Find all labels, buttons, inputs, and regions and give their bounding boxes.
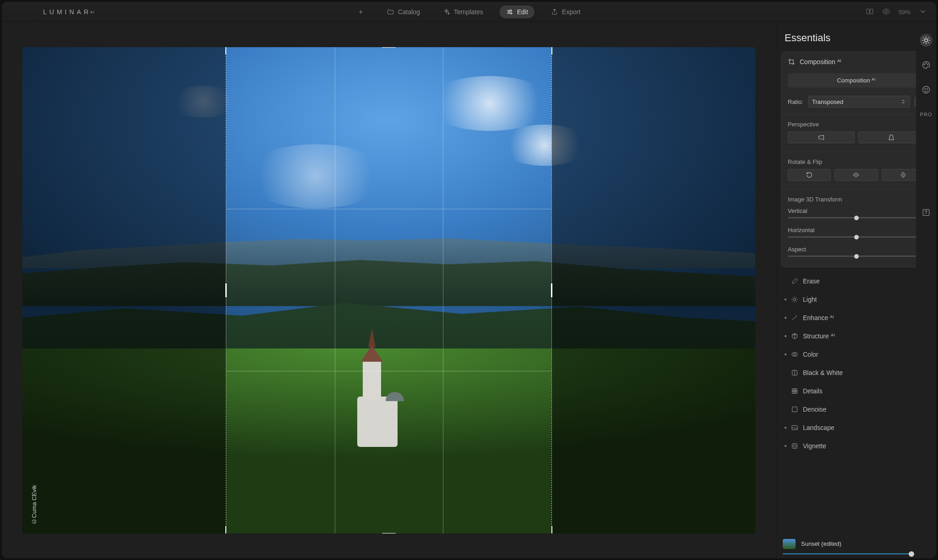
rail-pro[interactable]: PRO [920, 108, 933, 121]
add-button[interactable] [351, 6, 371, 18]
photo-credit: ©Cuma CEvik [31, 485, 38, 525]
nav-catalog[interactable]: Catalog [381, 5, 426, 18]
tool-enhance[interactable]: Enhance ᴬᴵ [776, 309, 936, 327]
slider-aspect-track[interactable] [788, 256, 925, 257]
slider-aspect-label: Aspect [788, 246, 806, 253]
flip-horizontal-button[interactable] [834, 169, 878, 181]
slider-horizontal-track[interactable] [788, 236, 925, 238]
nav-edit-label: Edit [517, 8, 528, 16]
rail-pro-label: PRO [920, 112, 933, 117]
slider-vertical-track[interactable] [788, 217, 925, 218]
rail-creative[interactable] [920, 59, 933, 71]
crop-handle-l[interactable] [225, 283, 227, 297]
ratio-select[interactable]: Transposed [808, 96, 910, 108]
slider-thumb[interactable] [854, 216, 859, 220]
svg-point-16 [793, 445, 796, 447]
composition-ai-button[interactable]: Composition ᴬᴵ [788, 73, 925, 87]
tool-color[interactable]: Color [776, 345, 936, 364]
crop-rect[interactable] [226, 47, 551, 533]
perspective-horizontal-button[interactable] [788, 131, 855, 143]
wand-icon [791, 314, 798, 321]
preview-icon[interactable] [882, 7, 890, 17]
chevron-down-icon[interactable] [919, 7, 927, 17]
crop-handle-tr[interactable] [544, 47, 552, 54]
app-logo-text: LUMINAR [43, 8, 91, 16]
slider-horizontal-label: Horizontal [788, 227, 815, 234]
tool-bw[interactable]: Black & White [776, 364, 936, 382]
crop-handle-bl[interactable] [225, 526, 234, 533]
crop-handle-r[interactable] [551, 283, 552, 297]
tool-enhance-label: Enhance ᴬᴵ [803, 314, 834, 321]
compare-icon[interactable] [866, 7, 874, 17]
rail-portrait[interactable] [920, 83, 933, 96]
updown-icon [900, 99, 906, 104]
zoom-level[interactable]: 59% [899, 9, 911, 16]
tool-erase[interactable]: Erase [776, 272, 936, 290]
nav-export[interactable]: Export [545, 5, 587, 18]
svg-point-23 [925, 89, 926, 90]
details-icon [791, 387, 798, 395]
rotate-icon [806, 171, 813, 179]
crop-handle-t[interactable] [382, 47, 396, 48]
nav-export-label: Export [562, 8, 580, 16]
denoise-icon [791, 406, 798, 413]
tool-details[interactable]: Details [776, 382, 936, 400]
tool-landscape-label: Landscape [803, 424, 834, 431]
preset-amount-slider[interactable] [783, 553, 911, 555]
rotate-flip-buttons [781, 167, 931, 186]
preset-amount-thumb[interactable] [909, 551, 914, 557]
flip-h-icon [852, 171, 860, 179]
crop-handle-br[interactable] [544, 526, 552, 533]
rail-text[interactable] [920, 206, 933, 219]
composition-label: Composition ᴬᴵ [800, 58, 841, 65]
sliders-icon [506, 8, 513, 16]
preset-amount-fill [783, 553, 911, 555]
panel-title: Essentials [776, 22, 936, 50]
tool-structure-label: Structure ᴬᴵ [803, 332, 835, 340]
photo-preview[interactable]: ©Cuma CEvik [22, 47, 755, 533]
perspective-vertical-button[interactable] [858, 131, 925, 143]
composition-header[interactable]: Composition ᴬᴵ [781, 52, 931, 71]
tool-light[interactable]: Light [776, 290, 936, 309]
svg-point-1 [508, 11, 510, 12]
palette-icon [922, 60, 931, 70]
svg-point-21 [927, 64, 928, 65]
slider-thumb[interactable] [854, 254, 859, 259]
app-logo-suffix: AI [90, 10, 95, 14]
tool-landscape[interactable]: Landscape [776, 419, 936, 437]
slider-thumb[interactable] [854, 235, 859, 239]
crop-handle-b[interactable] [382, 533, 396, 533]
tool-bw-label: Black & White [803, 369, 843, 376]
transform-label: Image 3D Transform [781, 192, 931, 205]
svg-point-24 [927, 89, 928, 90]
tool-structure[interactable]: Structure ᴬᴵ [776, 327, 936, 345]
svg-rect-12 [792, 389, 797, 394]
rail-essentials[interactable] [920, 34, 933, 47]
tool-denoise[interactable]: Denoise [776, 400, 936, 419]
crop-handle-tl[interactable] [225, 47, 234, 54]
nav-templates[interactable]: Templates [436, 5, 490, 18]
persp-h-icon [818, 134, 825, 141]
ratio-value: Transposed [812, 98, 843, 105]
rotate-button[interactable] [788, 169, 831, 181]
ratio-row: Ratio: Transposed [781, 92, 931, 111]
preset-bar: Sunset (edited) ••• [776, 535, 936, 558]
ratio-label: Ratio: [788, 98, 803, 105]
tool-vignette-label: Vignette [803, 442, 826, 450]
canvas[interactable]: ©Cuma CEvik [2, 22, 776, 558]
landscape-icon [791, 424, 798, 431]
nav-templates-label: Templates [454, 8, 483, 16]
tool-denoise-label: Denoise [803, 406, 826, 413]
perspective-label: Perspective [781, 117, 931, 130]
slider-vertical: Vertical 0 [781, 205, 931, 224]
composition-card: Composition ᴬᴵ Composition ᴬᴵ Ratio: Tra… [781, 51, 932, 267]
slider-vertical-label: Vertical [788, 207, 807, 214]
tool-vignette[interactable]: Vignette [776, 437, 936, 455]
nav-edit[interactable]: Edit [500, 5, 534, 18]
structure-icon [791, 332, 798, 340]
preset-thumbnail[interactable] [783, 539, 796, 549]
crop-icon [788, 58, 795, 65]
svg-point-18 [925, 39, 928, 42]
slider-horizontal: Horizontal 0 [781, 224, 931, 243]
preset-name[interactable]: Sunset (edited) [801, 540, 841, 547]
